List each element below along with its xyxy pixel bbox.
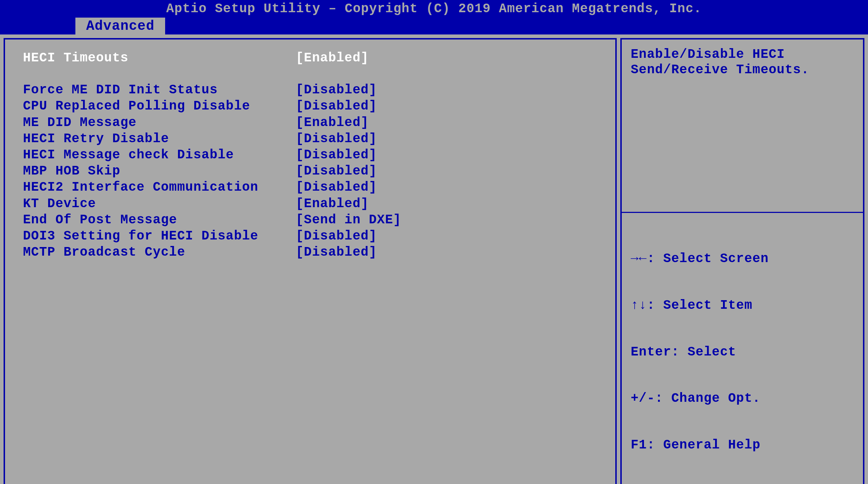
setting-label: MBP HOB Skip xyxy=(23,163,296,179)
setting-value: [Disabled] xyxy=(296,98,377,114)
bios-screen: Aptio Setup Utility – Copyright (C) 2019… xyxy=(0,0,868,484)
legend-enter-select: Enter: Select xyxy=(631,344,854,360)
main-settings-panel[interactable]: HECI Timeouts [Enabled] Force ME DID Ini… xyxy=(4,38,617,484)
help-text: Enable/Disable HECI Send/Receive Timeout… xyxy=(622,39,863,212)
content-area: HECI Timeouts [Enabled] Force ME DID Ini… xyxy=(0,34,868,484)
setting-label: HECI2 Interface Communication xyxy=(23,180,296,195)
setting-value: [Disabled] xyxy=(296,147,377,163)
legend-select-screen: →←: Select Screen xyxy=(631,251,854,266)
setting-value: [Enabled] xyxy=(296,50,369,66)
tab-advanced[interactable]: Advanced xyxy=(75,18,165,34)
setting-label: HECI Timeouts xyxy=(23,50,296,66)
setting-heci2-interface[interactable]: HECI2 Interface Communication [Disabled] xyxy=(23,180,597,195)
setting-value: [Send in DXE] xyxy=(296,212,401,228)
setting-value: [Enabled] xyxy=(296,196,369,211)
setting-mctp-broadcast[interactable]: MCTP Broadcast Cycle [Disabled] xyxy=(23,245,597,260)
setting-force-me-did[interactable]: Force ME DID Init Status [Disabled] xyxy=(23,82,597,98)
setting-value: [Disabled] xyxy=(296,228,377,244)
tab-bar: Advanced xyxy=(0,18,868,34)
setting-label: DOI3 Setting for HECI Disable xyxy=(23,228,296,244)
setting-me-did-message[interactable]: ME DID Message [Enabled] xyxy=(23,115,597,130)
setting-value: [Enabled] xyxy=(296,115,369,130)
setting-label: KT Device xyxy=(23,196,296,211)
setting-label: End Of Post Message xyxy=(23,212,296,228)
legend-change-opt: +/-: Change Opt. xyxy=(631,391,854,406)
setting-label: HECI Retry Disable xyxy=(23,131,296,146)
spacer xyxy=(23,66,597,82)
header-title: Aptio Setup Utility – Copyright (C) 2019… xyxy=(166,1,702,16)
legend-general-help: F1: General Help xyxy=(631,437,854,453)
setting-end-of-post[interactable]: End Of Post Message [Send in DXE] xyxy=(23,212,597,228)
tab-label: Advanced xyxy=(86,18,154,34)
setting-value: [Disabled] xyxy=(296,163,377,179)
setting-label: CPU Replaced Polling Disable xyxy=(23,98,296,114)
setting-heci-timeouts[interactable]: HECI Timeouts [Enabled] xyxy=(23,50,597,66)
setting-label: Force ME DID Init Status xyxy=(23,82,296,98)
setting-heci-retry-disable[interactable]: HECI Retry Disable [Disabled] xyxy=(23,131,597,146)
setting-heci-message-check[interactable]: HECI Message check Disable [Disabled] xyxy=(23,147,597,163)
setting-value: [Disabled] xyxy=(296,245,377,260)
setting-value: [Disabled] xyxy=(296,82,377,98)
legend-select-item: ↑↓: Select Item xyxy=(631,298,854,313)
side-panel: Enable/Disable HECI Send/Receive Timeout… xyxy=(620,38,864,484)
setting-mbp-hob-skip[interactable]: MBP HOB Skip [Disabled] xyxy=(23,163,597,179)
setting-doi3-heci-disable[interactable]: DOI3 Setting for HECI Disable [Disabled] xyxy=(23,228,597,244)
setting-label: MCTP Broadcast Cycle xyxy=(23,245,296,260)
key-legend: →←: Select Screen ↑↓: Select Item Enter:… xyxy=(622,213,863,484)
setting-cpu-replaced-polling[interactable]: CPU Replaced Polling Disable [Disabled] xyxy=(23,98,597,114)
setting-value: [Disabled] xyxy=(296,180,377,195)
header-bar: Aptio Setup Utility – Copyright (C) 2019… xyxy=(0,0,868,18)
setting-label: ME DID Message xyxy=(23,115,296,130)
help-line: Send/Receive Timeouts. xyxy=(631,62,854,78)
setting-label: HECI Message check Disable xyxy=(23,147,296,163)
setting-value: [Disabled] xyxy=(296,131,377,146)
setting-kt-device[interactable]: KT Device [Enabled] xyxy=(23,196,597,211)
help-line: Enable/Disable HECI xyxy=(631,47,854,62)
